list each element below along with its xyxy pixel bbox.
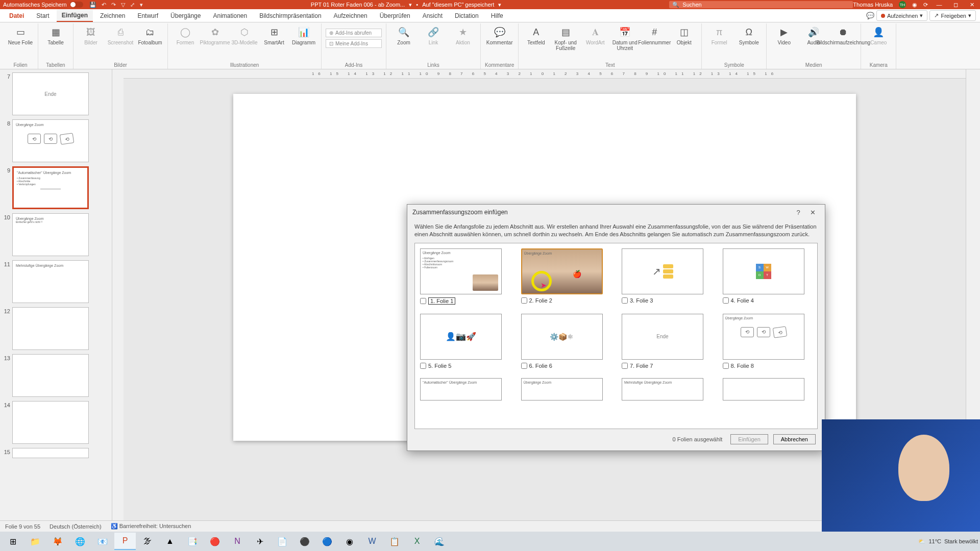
search-box[interactable]: 🔍 Suchen bbox=[669, 1, 853, 8]
taskbar-onenote[interactable]: N bbox=[227, 533, 248, 550]
toggle-switch[interactable] bbox=[70, 2, 83, 8]
grid-slide-4[interactable]: SWOT 4. Folie 4 bbox=[723, 248, 813, 305]
user-avatar[interactable]: TH bbox=[899, 1, 906, 8]
taskbar-app4[interactable]: 📄 bbox=[272, 533, 293, 550]
taskbar-chrome[interactable]: 🌐 bbox=[69, 533, 91, 550]
save-icon[interactable]: 💾 bbox=[89, 2, 96, 8]
thumb-slide-13[interactable] bbox=[12, 354, 89, 397]
thumb-slide-14[interactable] bbox=[12, 401, 89, 444]
taskbar-obs[interactable]: ⚫ bbox=[294, 533, 315, 550]
start-button[interactable]: ⊞ bbox=[2, 533, 23, 550]
taskbar-outlook[interactable]: 📧 bbox=[92, 533, 113, 550]
grid-slide-9[interactable]: "Automatischer" Übergänge Zoom bbox=[420, 378, 510, 400]
qat-dropdown-icon[interactable]: ▾ bbox=[140, 2, 143, 8]
cmd-video[interactable]: ▶Video bbox=[771, 26, 797, 45]
user-name[interactable]: Thomas Hruska bbox=[853, 2, 893, 8]
taskbar-excel[interactable]: X bbox=[406, 533, 428, 550]
cmd-datetime[interactable]: 📅Datum und Uhrzeit bbox=[611, 26, 638, 51]
grid-slide-6[interactable]: ⚙️📦⚛ 6. Folie 6 bbox=[521, 314, 611, 369]
tab-transitions[interactable]: Übergänge bbox=[165, 10, 206, 21]
tab-view[interactable]: Ansicht bbox=[418, 10, 448, 21]
grid-slide-8[interactable]: Übergänge Zoom⟲⟲⟲ 8. Folie 8 bbox=[723, 314, 813, 369]
touch-icon[interactable]: ⤢ bbox=[130, 2, 135, 8]
taskbar-powerpoint[interactable]: P bbox=[114, 533, 136, 550]
maximize-icon[interactable]: ◻ bbox=[950, 2, 961, 8]
cmd-get-addins[interactable]: ⊕Add-Ins abrufen bbox=[326, 29, 382, 37]
thumb-slide-7[interactable]: Ende bbox=[12, 72, 89, 115]
grid-checkbox-2[interactable] bbox=[521, 297, 527, 304]
grid-checkbox-1[interactable] bbox=[420, 298, 426, 304]
cmd-album[interactable]: 🗂Fotoalbum bbox=[137, 26, 163, 45]
grid-slide-11[interactable]: Mehrstufige Übergänge Zoom bbox=[622, 378, 712, 400]
cmd-chart[interactable]: 📊Diagramm bbox=[290, 26, 317, 45]
grid-slide-2[interactable]: Übergänge Zoom ➤ 🍎 2. Folie 2 bbox=[521, 248, 611, 305]
tab-start[interactable]: Start bbox=[31, 10, 54, 21]
redo-icon[interactable]: ↷ bbox=[111, 2, 116, 8]
taskbar-edge[interactable]: 🌊 bbox=[429, 533, 450, 550]
dialog-close-icon[interactable]: ✕ bbox=[805, 209, 820, 216]
taskbar-app7[interactable]: 📋 bbox=[384, 533, 405, 550]
cmd-table[interactable]: ▦Tabelle bbox=[42, 26, 69, 45]
taskbar-firefox[interactable]: 🦊 bbox=[47, 533, 68, 550]
record-button[interactable]: Aufzeichnen▾ bbox=[876, 10, 928, 21]
grid-slide-3[interactable]: ↗ 3. Folie 3 bbox=[622, 248, 712, 305]
tab-insert[interactable]: Einfügen bbox=[57, 10, 93, 22]
thumb-slide-9[interactable]: "Automatischer" Übergänge Zoom• Zusammen… bbox=[12, 166, 89, 209]
autosave-toggle[interactable]: Automatisches Speichern bbox=[3, 2, 83, 8]
sync-icon[interactable]: ⟳ bbox=[923, 2, 928, 8]
slide-counter[interactable]: Folie 9 von 55 bbox=[5, 523, 40, 530]
taskbar-app6[interactable]: ◉ bbox=[339, 533, 360, 550]
cmd-header[interactable]: ▤Kopf- und Fußzeile bbox=[552, 26, 579, 51]
grid-checkbox-5[interactable] bbox=[420, 363, 426, 369]
thumb-slide-8[interactable]: Übergänge Zoom⟲⟲⟲ bbox=[12, 119, 89, 162]
tab-draw[interactable]: Zeichnen bbox=[95, 10, 130, 21]
cmd-symbol[interactable]: ΩSymbole bbox=[736, 26, 762, 45]
minimize-icon[interactable]: — bbox=[934, 2, 944, 8]
close-icon[interactable]: ✕ bbox=[967, 2, 977, 8]
taskbar-weather[interactable]: ⛅ 11°C Stark bewölkt bbox=[918, 538, 978, 545]
location-dropdown-icon[interactable]: ▾ bbox=[498, 2, 501, 8]
dialog-titlebar[interactable]: Zusammenfassungszoom einfügen ? ✕ bbox=[407, 205, 825, 220]
taskbar-app2[interactable]: 📑 bbox=[182, 533, 203, 550]
title-dropdown-icon[interactable]: ▾ bbox=[409, 2, 412, 8]
grid-checkbox-6[interactable] bbox=[521, 363, 527, 369]
grid-checkbox-4[interactable] bbox=[723, 297, 729, 304]
cmd-textbox[interactable]: ATextfeld bbox=[523, 26, 549, 51]
accessibility[interactable]: ♿ Barrierefreiheit: Untersuchen bbox=[111, 523, 191, 530]
tab-help[interactable]: Hilfe bbox=[486, 10, 508, 21]
taskbar-explorer[interactable]: 📁 bbox=[24, 533, 46, 550]
taskbar-telegram[interactable]: ✈ bbox=[249, 533, 271, 550]
cancel-button[interactable]: Abbrechen bbox=[773, 434, 816, 444]
taskbar-app1[interactable]: 🌫 bbox=[137, 533, 158, 550]
cmd-comment[interactable]: 💬Kommentar bbox=[486, 26, 513, 45]
cmd-my-addins[interactable]: ⊡Meine Add-Ins bbox=[326, 39, 382, 48]
cmd-smartart[interactable]: ⊞SmartArt bbox=[261, 26, 287, 45]
taskbar-vlc[interactable]: ▲ bbox=[159, 533, 181, 550]
grid-checkbox-7[interactable] bbox=[622, 363, 628, 369]
dialog-help-icon[interactable]: ? bbox=[791, 209, 805, 216]
cmd-object[interactable]: ◫Objekt bbox=[671, 26, 697, 51]
tab-slideshow[interactable]: Bildschirmpräsentation bbox=[254, 10, 326, 21]
comments-icon[interactable]: 💬 bbox=[866, 12, 874, 19]
tab-file[interactable]: Datei bbox=[4, 10, 29, 21]
share-button[interactable]: ↗Freigeben▾ bbox=[929, 10, 976, 21]
grid-slide-1[interactable]: Übergänge Zoom• Einfügen• Zusammenfassun… bbox=[420, 248, 510, 305]
cmd-slidenum[interactable]: #Foliennummer bbox=[641, 26, 668, 51]
cmd-zoom[interactable]: 🔍Zoom bbox=[390, 26, 417, 45]
grid-checkbox-3[interactable] bbox=[622, 297, 628, 304]
tab-animations[interactable]: Animationen bbox=[208, 10, 252, 21]
present-icon[interactable]: ◉ bbox=[912, 2, 917, 8]
thumb-slide-11[interactable]: Mehrstufige Übergänge Zoom bbox=[12, 260, 89, 303]
slide-thumbnails[interactable]: 7Ende 8Übergänge Zoom⟲⟲⟲ 9"Automatischer… bbox=[0, 69, 112, 520]
start-icon[interactable]: ▽ bbox=[121, 2, 125, 8]
tab-review[interactable]: Überprüfen bbox=[375, 10, 415, 21]
taskbar-app3[interactable]: 🔴 bbox=[204, 533, 226, 550]
thumb-slide-10[interactable]: Übergänge ZoomEinfacher geht's nicht !! bbox=[12, 213, 89, 256]
grid-slide-12[interactable] bbox=[723, 378, 813, 400]
grid-slide-5[interactable]: 👤📷🚀 5. Folie 5 bbox=[420, 314, 510, 369]
grid-slide-7[interactable]: Ende 7. Folie 7 bbox=[622, 314, 712, 369]
taskbar-word[interactable]: W bbox=[361, 533, 383, 550]
taskbar-app5[interactable]: 🔵 bbox=[316, 533, 338, 550]
grid-slide-10[interactable]: Übergänge Zoom bbox=[521, 378, 611, 400]
thumb-slide-15[interactable] bbox=[12, 448, 89, 458]
